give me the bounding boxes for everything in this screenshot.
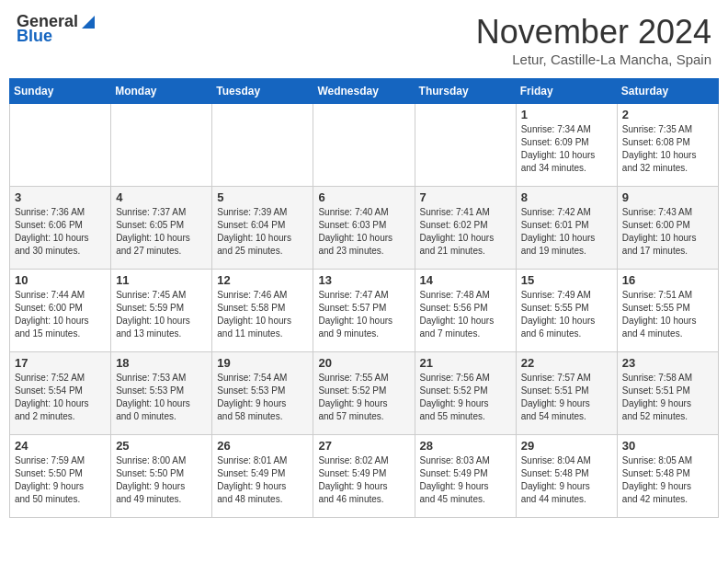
day-info: Sunrise: 8:02 AM Sunset: 5:49 PM Dayligh… — [318, 454, 409, 506]
logo-arrow-icon — [80, 14, 97, 30]
day-number: 19 — [217, 356, 308, 370]
day-info: Sunrise: 7:43 AM Sunset: 6:00 PM Dayligh… — [622, 206, 713, 258]
calendar-table: Sunday Monday Tuesday Wednesday Thursday… — [9, 78, 719, 518]
day-cell: 16Sunrise: 7:51 AM Sunset: 5:55 PM Dayli… — [617, 270, 718, 352]
day-info: Sunrise: 7:53 AM Sunset: 5:53 PM Dayligh… — [116, 372, 207, 423]
day-info: Sunrise: 7:58 AM Sunset: 5:51 PM Dayligh… — [622, 372, 713, 423]
header-row: Sunday Monday Tuesday Wednesday Thursday… — [10, 79, 719, 104]
day-info: Sunrise: 7:48 AM Sunset: 5:56 PM Dayligh… — [420, 289, 511, 340]
day-cell: 3Sunrise: 7:36 AM Sunset: 6:06 PM Daylig… — [10, 187, 111, 270]
day-number: 22 — [521, 356, 612, 370]
day-cell — [10, 104, 111, 187]
week-row-2: 3Sunrise: 7:36 AM Sunset: 6:06 PM Daylig… — [10, 187, 719, 270]
day-info: Sunrise: 7:52 AM Sunset: 5:54 PM Dayligh… — [15, 372, 106, 423]
day-info: Sunrise: 7:46 AM Sunset: 5:58 PM Dayligh… — [217, 289, 308, 340]
day-cell: 15Sunrise: 7:49 AM Sunset: 5:55 PM Dayli… — [516, 270, 617, 352]
day-cell: 9Sunrise: 7:43 AM Sunset: 6:00 PM Daylig… — [617, 187, 718, 270]
day-info: Sunrise: 8:04 AM Sunset: 5:48 PM Dayligh… — [521, 454, 612, 506]
day-cell: 11Sunrise: 7:45 AM Sunset: 5:59 PM Dayli… — [111, 270, 212, 352]
day-number: 12 — [217, 273, 308, 287]
day-number: 15 — [521, 273, 612, 287]
day-number: 14 — [420, 273, 511, 287]
day-number: 6 — [318, 190, 409, 204]
day-cell: 14Sunrise: 7:48 AM Sunset: 5:56 PM Dayli… — [415, 270, 516, 352]
day-cell: 24Sunrise: 7:59 AM Sunset: 5:50 PM Dayli… — [10, 435, 111, 518]
day-number: 23 — [622, 356, 713, 370]
day-cell: 5Sunrise: 7:39 AM Sunset: 6:04 PM Daylig… — [212, 187, 313, 270]
day-number: 3 — [15, 190, 106, 204]
day-info: Sunrise: 7:35 AM Sunset: 6:08 PM Dayligh… — [622, 123, 713, 175]
day-number: 4 — [116, 190, 207, 204]
day-cell: 8Sunrise: 7:42 AM Sunset: 6:01 PM Daylig… — [516, 187, 617, 270]
col-saturday: Saturday — [617, 79, 718, 104]
title-block: November 2024 Letur, Castille-La Mancha,… — [476, 13, 711, 67]
day-info: Sunrise: 8:05 AM Sunset: 5:48 PM Dayligh… — [622, 454, 713, 506]
day-number: 27 — [318, 439, 409, 453]
day-number: 28 — [420, 439, 511, 453]
day-cell: 30Sunrise: 8:05 AM Sunset: 5:48 PM Dayli… — [617, 435, 718, 518]
day-number: 18 — [116, 356, 207, 370]
day-info: Sunrise: 7:44 AM Sunset: 6:00 PM Dayligh… — [15, 289, 106, 340]
day-number: 2 — [622, 108, 713, 121]
day-number: 25 — [116, 439, 207, 453]
week-row-1: 1Sunrise: 7:34 AM Sunset: 6:09 PM Daylig… — [10, 104, 719, 187]
day-info: Sunrise: 7:42 AM Sunset: 6:01 PM Dayligh… — [521, 206, 612, 258]
day-cell: 28Sunrise: 8:03 AM Sunset: 5:49 PM Dayli… — [415, 435, 516, 518]
day-cell — [313, 104, 415, 187]
day-cell: 13Sunrise: 7:47 AM Sunset: 5:57 PM Dayli… — [313, 270, 415, 352]
calendar-header: Sunday Monday Tuesday Wednesday Thursday… — [10, 79, 719, 104]
location-subtitle: Letur, Castille-La Mancha, Spain — [476, 52, 711, 67]
day-cell: 21Sunrise: 7:56 AM Sunset: 5:52 PM Dayli… — [415, 352, 516, 435]
day-info: Sunrise: 7:45 AM Sunset: 5:59 PM Dayligh… — [116, 289, 207, 340]
month-year-title: November 2024 — [476, 13, 711, 52]
day-info: Sunrise: 7:59 AM Sunset: 5:50 PM Dayligh… — [15, 454, 106, 506]
day-info: Sunrise: 7:37 AM Sunset: 6:05 PM Dayligh… — [116, 206, 207, 258]
day-number: 9 — [622, 190, 713, 204]
day-cell: 18Sunrise: 7:53 AM Sunset: 5:53 PM Dayli… — [111, 352, 212, 435]
logo-blue-text: Blue — [17, 28, 52, 46]
week-row-4: 17Sunrise: 7:52 AM Sunset: 5:54 PM Dayli… — [10, 352, 719, 435]
day-number: 16 — [622, 273, 713, 287]
day-number: 26 — [217, 439, 308, 453]
day-info: Sunrise: 8:00 AM Sunset: 5:50 PM Dayligh… — [116, 454, 207, 506]
day-cell: 29Sunrise: 8:04 AM Sunset: 5:48 PM Dayli… — [516, 435, 617, 518]
week-row-3: 10Sunrise: 7:44 AM Sunset: 6:00 PM Dayli… — [10, 270, 719, 352]
svg-marker-0 — [82, 16, 95, 29]
col-tuesday: Tuesday — [212, 79, 313, 104]
day-cell: 26Sunrise: 8:01 AM Sunset: 5:49 PM Dayli… — [212, 435, 313, 518]
day-cell — [415, 104, 516, 187]
day-cell: 23Sunrise: 7:58 AM Sunset: 5:51 PM Dayli… — [617, 352, 718, 435]
day-cell: 25Sunrise: 8:00 AM Sunset: 5:50 PM Dayli… — [111, 435, 212, 518]
day-cell: 2Sunrise: 7:35 AM Sunset: 6:08 PM Daylig… — [617, 104, 718, 187]
day-info: Sunrise: 7:36 AM Sunset: 6:06 PM Dayligh… — [15, 206, 106, 258]
day-cell: 10Sunrise: 7:44 AM Sunset: 6:00 PM Dayli… — [10, 270, 111, 352]
day-info: Sunrise: 8:01 AM Sunset: 5:49 PM Dayligh… — [217, 454, 308, 506]
day-info: Sunrise: 7:57 AM Sunset: 5:51 PM Dayligh… — [521, 372, 612, 423]
day-info: Sunrise: 7:56 AM Sunset: 5:52 PM Dayligh… — [420, 372, 511, 423]
day-info: Sunrise: 7:51 AM Sunset: 5:55 PM Dayligh… — [622, 289, 713, 340]
col-thursday: Thursday — [415, 79, 516, 104]
day-cell: 6Sunrise: 7:40 AM Sunset: 6:03 PM Daylig… — [313, 187, 415, 270]
day-info: Sunrise: 7:54 AM Sunset: 5:53 PM Dayligh… — [217, 372, 308, 423]
col-monday: Monday — [111, 79, 212, 104]
col-friday: Friday — [516, 79, 617, 104]
day-number: 17 — [15, 356, 106, 370]
day-cell: 27Sunrise: 8:02 AM Sunset: 5:49 PM Dayli… — [313, 435, 415, 518]
col-wednesday: Wednesday — [313, 79, 415, 104]
day-cell: 1Sunrise: 7:34 AM Sunset: 6:09 PM Daylig… — [516, 104, 617, 187]
day-info: Sunrise: 7:39 AM Sunset: 6:04 PM Dayligh… — [217, 206, 308, 258]
week-row-5: 24Sunrise: 7:59 AM Sunset: 5:50 PM Dayli… — [10, 435, 719, 518]
day-number: 5 — [217, 190, 308, 204]
page-header: General Blue November 2024 Letur, Castil… — [9, 9, 719, 71]
day-number: 20 — [318, 356, 409, 370]
calendar-body: 1Sunrise: 7:34 AM Sunset: 6:09 PM Daylig… — [10, 104, 719, 518]
day-number: 30 — [622, 439, 713, 453]
day-info: Sunrise: 7:40 AM Sunset: 6:03 PM Dayligh… — [318, 206, 409, 258]
day-cell — [212, 104, 313, 187]
day-info: Sunrise: 8:03 AM Sunset: 5:49 PM Dayligh… — [420, 454, 511, 506]
day-info: Sunrise: 7:49 AM Sunset: 5:55 PM Dayligh… — [521, 289, 612, 340]
day-cell: 19Sunrise: 7:54 AM Sunset: 5:53 PM Dayli… — [212, 352, 313, 435]
logo: General Blue — [17, 13, 97, 46]
day-cell: 17Sunrise: 7:52 AM Sunset: 5:54 PM Dayli… — [10, 352, 111, 435]
day-number: 11 — [116, 273, 207, 287]
